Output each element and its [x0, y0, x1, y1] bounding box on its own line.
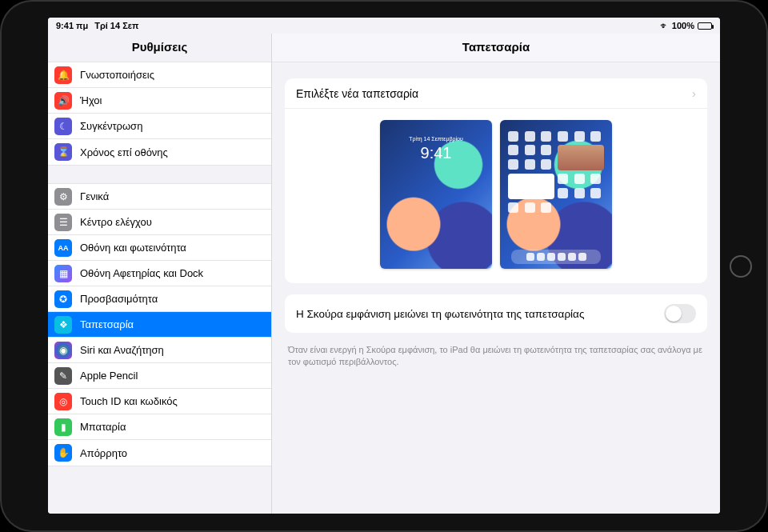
accessibility-icon: ✪	[54, 290, 72, 308]
detail-title: Ταπετσαρία	[272, 34, 720, 62]
gear-icon: ⚙	[54, 188, 72, 206]
dock-icon	[511, 250, 601, 264]
sidebar-item-battery[interactable]: ▮ Μπαταρία	[48, 414, 271, 440]
pencil-icon: ✎	[54, 367, 72, 385]
sidebar-item-notifications[interactable]: 🔔 Γνωστοποιήσεις	[48, 62, 271, 88]
ipad-frame: 9:41 πμ Τρί 14 Σεπ ᯤ 100% Ρυθμίσεις 🔔 Γν…	[0, 0, 768, 532]
sidebar-item-label: Κέντρο ελέγχου	[80, 216, 152, 228]
sidebar-item-general[interactable]: ⚙ Γενικά	[48, 184, 271, 210]
flower-icon: ❖	[54, 316, 72, 334]
wifi-icon: ᯤ	[660, 21, 669, 30]
siri-icon: ◉	[54, 342, 72, 359]
battery-percent: 100%	[672, 21, 694, 30]
sidebar-item-label: Γενικά	[80, 190, 109, 202]
sidebar-item-label: Ήχοι	[80, 94, 102, 106]
sidebar-item-label: Οθόνη Αφετηρίας και Dock	[80, 267, 203, 279]
chevron-right-icon: ›	[692, 86, 696, 100]
sidebar-item-label: Apple Pencil	[80, 370, 138, 382]
grid-icon: ▦	[54, 265, 72, 282]
sidebar-item-display[interactable]: AA Οθόνη και φωτεινότητα	[48, 235, 271, 261]
screen: 9:41 πμ Τρί 14 Σεπ ᯤ 100% Ρυθμίσεις 🔔 Γν…	[48, 18, 720, 514]
sidebar-item-label: Siri και Αναζήτηση	[80, 344, 164, 356]
choose-wallpaper-label: Επιλέξτε νέα ταπετσαρία	[296, 87, 418, 100]
sidebar-item-label: Ταπετσαρία	[80, 318, 134, 330]
hourglass-icon: ⌛	[54, 143, 72, 161]
bell-icon: 🔔	[54, 66, 72, 84]
sidebar-item-label: Γνωστοποιήσεις	[80, 69, 154, 81]
textsize-icon: AA	[54, 239, 72, 257]
speaker-icon: 🔊	[54, 92, 72, 110]
status-bar: 9:41 πμ Τρί 14 Σεπ ᯤ 100%	[48, 18, 720, 34]
sidebar-item-accessibility[interactable]: ✪ Προσβασιμότητα	[48, 286, 271, 312]
dark-dim-footer: Όταν είναι ενεργή η Σκούρα εμφάνιση, το …	[285, 344, 707, 368]
wallpaper-previews: Τρίτη 14 Σεπτεμβρίου 9:41	[285, 109, 707, 283]
sidebar-group-2: ⚙ Γενικά ☰ Κέντρο ελέγχου AA Οθόνη και φ…	[48, 183, 271, 466]
sidebar-item-label: Προσβασιμότητα	[80, 293, 158, 305]
sidebar-item-pencil[interactable]: ✎ Apple Pencil	[48, 363, 271, 389]
battery-setting-icon: ▮	[54, 418, 72, 436]
moon-icon: ☾	[54, 118, 72, 135]
home-button[interactable]	[730, 255, 752, 278]
sidebar-item-privacy[interactable]: ✋ Απόρρητο	[48, 440, 271, 466]
dark-dim-card: Η Σκούρα εμφάνιση μειώνει τη φωτεινότητα…	[285, 294, 707, 333]
battery-icon	[698, 22, 712, 30]
sidebar-item-homescreen[interactable]: ▦ Οθόνη Αφετηρίας και Dock	[48, 261, 271, 286]
fingerprint-icon: ◎	[54, 393, 72, 410]
detail-pane: Ταπετσαρία Επιλέξτε νέα ταπετσαρία › Τρί…	[272, 34, 720, 514]
sidebar-item-label: Συγκέντρωση	[80, 120, 142, 132]
sidebar-item-label: Οθόνη και φωτεινότητα	[80, 242, 186, 254]
sidebar-title: Ρυθμίσεις	[48, 34, 271, 62]
sidebar-item-control-center[interactable]: ☰ Κέντρο ελέγχου	[48, 210, 271, 235]
dark-dim-switch[interactable]	[664, 304, 696, 323]
dark-dim-label: Η Σκούρα εμφάνιση μειώνει τη φωτεινότητα…	[296, 308, 584, 320]
sidebar-group-1: 🔔 Γνωστοποιήσεις 🔊 Ήχοι ☾ Συγκέντρωση	[48, 62, 271, 166]
sidebar-item-label: Μπαταρία	[80, 421, 126, 433]
hand-icon: ✋	[54, 444, 72, 462]
sidebar-item-focus[interactable]: ☾ Συγκέντρωση	[48, 114, 271, 139]
sidebar-item-label: Χρόνος επί οθόνης	[80, 146, 168, 158]
lock-preview-date: Τρίτη 14 Σεπτεμβρίου	[380, 136, 492, 142]
status-time: 9:41 πμ	[56, 21, 88, 30]
sidebar-item-label: Απόρρητο	[80, 447, 127, 459]
homescreen-preview[interactable]	[500, 120, 612, 269]
lock-preview-time: 9:41	[380, 144, 492, 162]
sidebar-item-touchid[interactable]: ◎ Touch ID και κωδικός	[48, 389, 271, 414]
widget-weather-icon	[508, 174, 554, 199]
switches-icon: ☰	[54, 214, 72, 231]
sidebar-item-screentime[interactable]: ⌛ Χρόνος επί οθόνης	[48, 139, 271, 165]
choose-wallpaper-row[interactable]: Επιλέξτε νέα ταπετσαρία ›	[285, 78, 707, 109]
sidebar-item-siri[interactable]: ◉ Siri και Αναζήτηση	[48, 338, 271, 363]
status-date: Τρί 14 Σεπ	[94, 21, 138, 30]
widget-photo-icon	[558, 145, 604, 170]
sidebar-item-sounds[interactable]: 🔊 Ήχοι	[48, 88, 271, 114]
settings-sidebar: Ρυθμίσεις 🔔 Γνωστοποιήσεις 🔊 Ήχοι ☾	[48, 34, 272, 514]
choose-wallpaper-card: Επιλέξτε νέα ταπετσαρία › Τρίτη 14 Σεπτε…	[285, 78, 707, 283]
lockscreen-preview[interactable]: Τρίτη 14 Σεπτεμβρίου 9:41	[380, 120, 492, 269]
sidebar-item-wallpaper[interactable]: ❖ Ταπετσαρία	[48, 312, 271, 338]
sidebar-item-label: Touch ID και κωδικός	[80, 395, 178, 407]
